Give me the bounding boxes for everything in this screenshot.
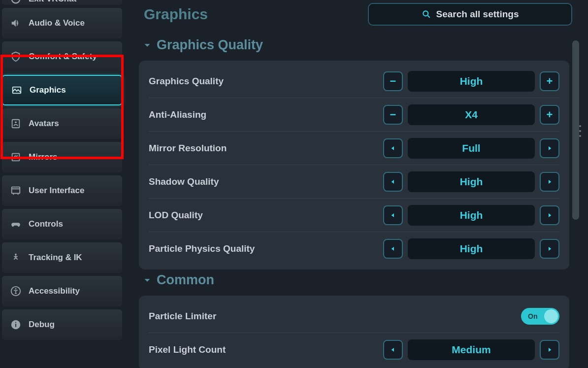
setting-value: High (408, 171, 535, 192)
section-header-common[interactable]: Common (139, 269, 569, 296)
sidebar-item-label: Audio & Voice (29, 18, 85, 28)
sidebar-item-label: Avatars (29, 119, 59, 129)
increase-button[interactable]: + (540, 71, 559, 91)
ui-icon (10, 185, 22, 197)
svg-point-15 (423, 11, 428, 16)
sidebar-item-exit[interactable]: Exit VRChat (2, 0, 122, 5)
svg-line-16 (427, 16, 429, 18)
setting-label: Anti-Aliasing (149, 109, 206, 120)
sidebar-item-avatars[interactable]: Avatars (2, 108, 122, 139)
sidebar-item-tracking[interactable]: Tracking & IK (2, 242, 122, 273)
svg-rect-14 (15, 322, 16, 323)
setting-row: Particle Limiter On (149, 300, 559, 333)
setting-row: Anti-Aliasing − X4 + (149, 98, 559, 132)
setting-control: High (383, 171, 559, 192)
sidebar-item-label: Tracking & IK (29, 253, 82, 263)
setting-value: High (408, 205, 535, 226)
setting-label: Particle Physics Quality (149, 243, 255, 254)
sidebar-item-ui[interactable]: User Interface (2, 175, 122, 206)
main-content: Graphics Search all settings Graphics Qu… (129, 0, 582, 368)
svg-point-11 (15, 288, 17, 290)
svg-rect-5 (12, 187, 20, 194)
drag-handle-icon[interactable] (579, 125, 582, 137)
scrollbar[interactable] (572, 40, 579, 220)
chevron-down-icon (142, 275, 153, 286)
setting-value: Medium (408, 339, 535, 360)
setting-label: Particle Limiter (149, 311, 216, 322)
content-area: Graphics Quality Graphics Quality − High… (129, 34, 582, 368)
info-icon (10, 319, 22, 331)
section-header-graphics-quality[interactable]: Graphics Quality (139, 34, 569, 61)
accessibility-icon (10, 285, 22, 297)
svg-point-9 (15, 254, 17, 256)
sidebar-item-label: Exit VRChat (29, 0, 76, 4)
sidebar-item-accessibility[interactable]: Accessibility (2, 276, 122, 306)
sidebar-item-controls[interactable]: Controls (2, 209, 122, 239)
setting-label: Mirror Resolution (149, 143, 227, 154)
toggle-knob (544, 309, 558, 323)
sidebar-item-debug[interactable]: Debug (2, 309, 122, 340)
sidebar-item-label: Accessibility (29, 286, 80, 296)
toggle-switch[interactable]: On (521, 308, 559, 325)
gamepad-icon (10, 218, 22, 230)
toggle-label: On (528, 312, 537, 320)
setting-value: High (408, 71, 535, 92)
section-title: Common (157, 272, 214, 288)
setting-control: High (383, 205, 559, 226)
mirror-icon (10, 151, 22, 163)
setting-control: − X4 + (383, 104, 559, 125)
setting-label: LOD Quality (149, 210, 203, 221)
next-button[interactable] (540, 340, 559, 360)
search-all-settings[interactable]: Search all settings (368, 3, 572, 26)
setting-control: High (383, 238, 559, 259)
prev-button[interactable] (383, 340, 403, 360)
prev-button[interactable] (383, 239, 403, 259)
setting-value: Full (408, 138, 535, 159)
setting-row: Mirror Resolution Full (149, 132, 559, 165)
header: Graphics Search all settings (129, 0, 582, 34)
setting-label: Pixel Light Count (149, 344, 226, 355)
sidebar-item-label: User Interface (29, 186, 84, 196)
sidebar-item-mirrors[interactable]: Mirrors (2, 142, 122, 172)
increase-button[interactable]: + (540, 105, 559, 125)
setting-row: Pixel Light Count Medium (149, 333, 559, 367)
search-icon (422, 9, 431, 19)
sidebar-item-label: Controls (29, 219, 63, 229)
prev-button[interactable] (383, 172, 403, 192)
sidebar-item-label: Debug (29, 320, 55, 330)
next-button[interactable] (540, 239, 559, 259)
next-button[interactable] (540, 205, 559, 225)
shield-icon (10, 51, 22, 63)
sidebar-item-label: Comfort & Safety (29, 52, 97, 62)
sidebar-item-graphics[interactable]: Graphics (2, 75, 122, 105)
prev-button[interactable] (383, 205, 403, 225)
sidebar-item-label: Graphics (30, 85, 66, 95)
panel-graphics-quality: Graphics Quality − High + Anti-Aliasing … (139, 61, 569, 269)
decrease-button[interactable]: − (383, 105, 403, 125)
setting-label: Graphics Quality (149, 76, 224, 87)
decrease-button[interactable]: − (383, 71, 403, 91)
section-title: Graphics Quality (157, 37, 263, 53)
next-button[interactable] (540, 172, 559, 192)
tracking-icon (10, 252, 22, 264)
setting-label: Shadow Quality (149, 176, 219, 187)
setting-value: High (408, 238, 535, 259)
setting-row: Graphics Quality − High + (149, 65, 559, 98)
svg-point-0 (12, 0, 20, 3)
prev-button[interactable] (383, 138, 403, 158)
setting-control: Medium (383, 339, 559, 360)
setting-control: On (521, 308, 559, 325)
sidebar-item-comfort[interactable]: Comfort & Safety (2, 41, 122, 72)
panel-common: Particle Limiter On Pixel Light Count Me… (139, 296, 569, 368)
next-button[interactable] (540, 138, 559, 158)
setting-value: X4 (408, 104, 535, 125)
image-icon (11, 84, 23, 96)
setting-control: Full (383, 138, 559, 159)
setting-control: − High + (383, 71, 559, 92)
exit-icon (10, 0, 22, 5)
speaker-icon (10, 17, 22, 29)
sidebar-item-label: Mirrors (29, 152, 58, 162)
setting-row: Shadow Quality High (149, 165, 559, 199)
svg-rect-13 (15, 324, 16, 327)
sidebar-item-audio[interactable]: Audio & Voice (2, 8, 122, 38)
